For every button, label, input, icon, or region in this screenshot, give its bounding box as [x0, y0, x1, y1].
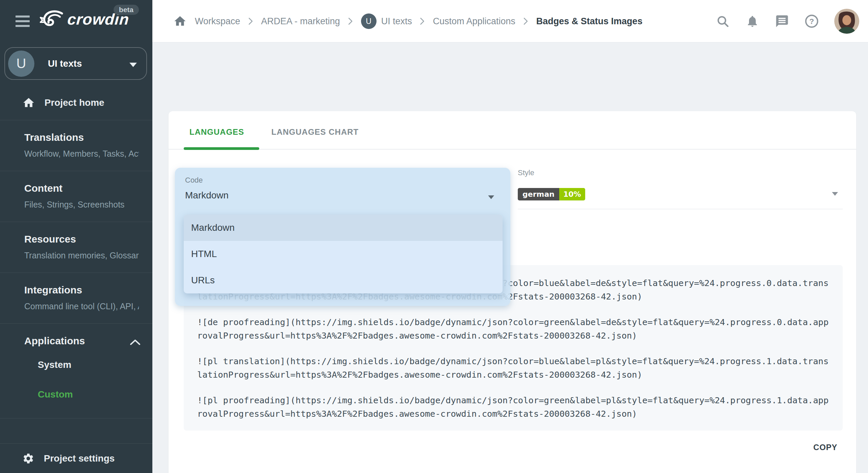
gear-icon: [22, 452, 34, 465]
sidebar-item-label: Project settings: [44, 453, 115, 464]
chevron-right-icon: [420, 17, 425, 25]
sidebar-item-applications[interactable]: Applications: [0, 324, 152, 350]
main-content: Badges & Status Images DISABLE FOR THIS …: [152, 42, 868, 473]
tab-languages-chart[interactable]: LANGUAGES CHART: [271, 127, 359, 137]
breadcrumb-project-group[interactable]: ARDEA - marketing: [261, 16, 340, 27]
breadcrumb: Workspace ARDEA - marketing U UI texts C…: [173, 0, 642, 42]
svg-text:?: ?: [809, 17, 814, 26]
top-header: Workspace ARDEA - marketing U UI texts C…: [152, 0, 868, 42]
badges-card: LANGUAGES LANGUAGES CHART Style german 1…: [169, 111, 856, 473]
sidebar-group-applications: Applications System Custom: [0, 324, 152, 418]
dropdown-option-markdown[interactable]: Markdown: [184, 215, 503, 241]
style-field: Style german 10%: [518, 168, 843, 209]
sidebar-item-integrations[interactable]: Integrations Command line tool (CLI), AP…: [0, 273, 152, 324]
beta-badge: beta: [114, 5, 139, 15]
copy-button[interactable]: COPY: [813, 443, 837, 452]
breadcrumb-section[interactable]: Custom Applications: [433, 16, 515, 27]
crowdin-bird-icon: [40, 9, 64, 30]
help-icon[interactable]: ?: [805, 14, 819, 28]
style-field-label: Style: [518, 168, 843, 177]
dropdown-option-urls[interactable]: URLs: [184, 267, 503, 293]
code-dropdown-list: Markdown HTML URLs: [184, 215, 503, 293]
code-line: ![pl translation](https://img.shields.io…: [197, 355, 829, 381]
breadcrumb-project-label: UI texts: [381, 16, 412, 27]
notifications-bell-icon[interactable]: [745, 14, 759, 28]
chevron-down-icon: [129, 63, 137, 67]
sidebar: crowdin beta U UI texts Project home Tra…: [0, 0, 152, 473]
home-icon[interactable]: [173, 14, 187, 28]
code-line: ![de proofreading](https://img.shields.i…: [197, 316, 829, 342]
section-subtitle: Command line tool (CLI), API, A…: [24, 302, 139, 311]
style-badge-preview: german 10%: [518, 188, 585, 200]
sidebar-top: crowdin beta: [0, 0, 152, 42]
active-tab-indicator: [184, 147, 259, 150]
section-title: Translations: [24, 132, 139, 143]
tab-bar: LANGUAGES LANGUAGES CHART: [169, 111, 856, 150]
project-selector[interactable]: U UI texts: [4, 47, 147, 80]
sidebar-item-project-home[interactable]: Project home: [0, 85, 152, 120]
badge-label: german: [518, 188, 559, 200]
chevron-down-icon: [832, 192, 838, 196]
section-title: Applications: [24, 335, 139, 347]
code-field-label: Code: [185, 176, 203, 185]
code-select-panel: Code Markdown Markdown HTML URLs: [175, 168, 510, 306]
sidebar-item-resources[interactable]: Resources Translation memories, Glossari…: [0, 222, 152, 273]
sidebar-item-content[interactable]: Content Files, Strings, Screenshots: [0, 171, 152, 222]
hamburger-menu-icon[interactable]: [16, 15, 30, 27]
breadcrumb-project[interactable]: U UI texts: [361, 13, 412, 29]
chevron-up-icon: [129, 339, 141, 347]
chevron-right-icon: [523, 17, 528, 25]
sidebar-item-translations[interactable]: Translations Workflow, Members, Tasks, A…: [0, 120, 152, 171]
section-title: Integrations: [24, 284, 139, 296]
breadcrumb-workspace[interactable]: Workspace: [195, 16, 240, 27]
dropdown-option-html[interactable]: HTML: [184, 241, 503, 267]
code-select-value[interactable]: Markdown: [185, 190, 229, 201]
badge-value: 10%: [559, 188, 585, 200]
messages-icon[interactable]: [775, 14, 789, 28]
sidebar-item-label: Project home: [44, 97, 104, 108]
code-line: ![pl proofreading](https://img.shields.i…: [197, 394, 829, 420]
sidebar-item-project-settings[interactable]: Project settings: [0, 443, 152, 473]
search-icon[interactable]: [716, 14, 730, 28]
user-avatar[interactable]: [834, 9, 859, 34]
chevron-right-icon: [348, 17, 353, 25]
breadcrumb-current: Badges & Status Images: [536, 16, 642, 27]
home-icon: [22, 96, 35, 109]
section-title: Content: [24, 183, 139, 194]
project-name: UI texts: [48, 58, 82, 69]
project-avatar: U: [8, 51, 34, 77]
project-badge: U: [361, 13, 377, 29]
section-subtitle: Translation memories, Glossari…: [24, 251, 139, 260]
section-title: Resources: [24, 233, 139, 245]
header-icons: ?: [716, 0, 868, 42]
style-select[interactable]: german 10%: [518, 187, 843, 201]
sidebar-item-custom[interactable]: Custom: [0, 380, 152, 409]
sidebar-item-system[interactable]: System: [0, 350, 152, 380]
chevron-down-icon[interactable]: [488, 195, 494, 199]
style-select-underline: [518, 209, 843, 209]
chevron-right-icon: [248, 17, 253, 25]
tab-languages[interactable]: LANGUAGES: [189, 127, 244, 137]
section-subtitle: Workflow, Members, Tasks, Act…: [24, 149, 139, 159]
section-subtitle: Files, Strings, Screenshots: [24, 200, 139, 210]
